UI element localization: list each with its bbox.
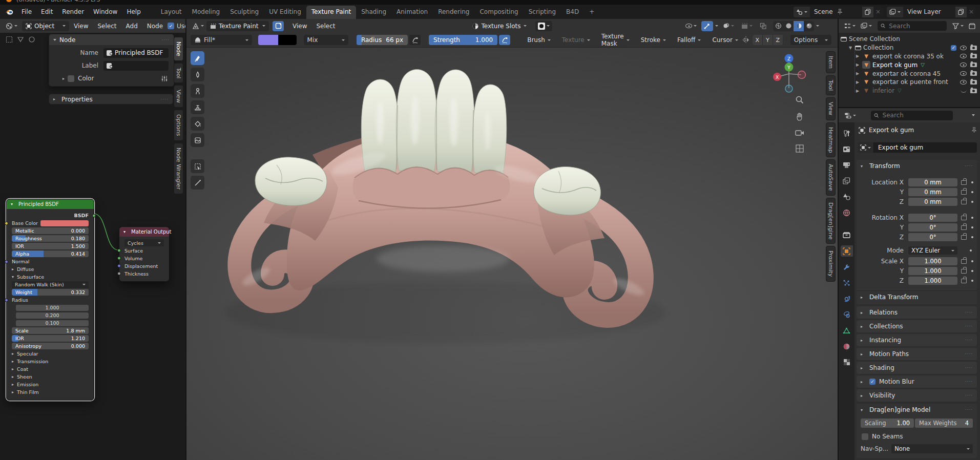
- tab-constraints[interactable]: [841, 309, 853, 320]
- outliner-row[interactable]: ▼ ▶ ▼ exportar ok puente front ▽ ✓: [839, 78, 980, 87]
- workspace-tab[interactable]: Shading: [356, 6, 391, 19]
- eye-icon[interactable]: [960, 71, 967, 76]
- menu-item[interactable]: Select: [93, 21, 121, 31]
- editor-divider[interactable]: [839, 107, 980, 108]
- target-dropdown[interactable]: Cycles: [124, 239, 164, 246]
- viewport-3d[interactable]: Z Y X ItemToolViewHeatmapAutoSaveDrag[en…: [186, 47, 839, 460]
- menu-item[interactable]: Help: [122, 7, 145, 17]
- tab-texture[interactable]: [841, 357, 853, 368]
- popover[interactable]: Brush: [524, 35, 554, 45]
- chevron-right-icon[interactable]: ▸: [62, 76, 68, 81]
- bsdf-row-ior[interactable]: IOR1.210: [12, 335, 89, 342]
- menu-item[interactable]: Window: [89, 7, 122, 17]
- chevron-down-icon[interactable]: ▼: [848, 46, 853, 50]
- green-socket-icon[interactable]: [92, 214, 96, 217]
- smear-tool-button[interactable]: [191, 84, 204, 98]
- bsdf-row-emission[interactable]: ▸Emission: [12, 381, 89, 388]
- sidebar-tab[interactable]: Proximity: [826, 246, 836, 281]
- sidebar-tab[interactable]: Node Wrangler: [174, 143, 183, 194]
- pan-hand-icon[interactable]: [795, 112, 804, 123]
- animate-dot-icon[interactable]: [971, 217, 973, 219]
- camera-icon[interactable]: [970, 46, 977, 50]
- panel-grip-icon[interactable]: ····: [965, 407, 973, 412]
- tab-collection[interactable]: [841, 229, 853, 241]
- panel-header[interactable]: ▸ ✓ Shading ····: [857, 362, 977, 374]
- camera-icon[interactable]: [970, 62, 977, 67]
- chevron-right-icon[interactable]: ▶: [855, 80, 860, 85]
- popover[interactable]: Texture: [558, 35, 594, 45]
- yellow-socket-icon[interactable]: [5, 221, 8, 225]
- view-layer-icon[interactable]: [887, 7, 903, 17]
- gizmos-toggle[interactable]: [701, 21, 713, 31]
- number-field[interactable]: 0 mm: [908, 188, 957, 196]
- outliner-item-label[interactable]: Export ok gum: [872, 61, 918, 69]
- eye-icon[interactable]: [960, 46, 967, 50]
- socket-icon[interactable]: [117, 249, 121, 253]
- bsdf-row-ior[interactable]: IOR1.500: [12, 243, 89, 249]
- panel-grip-icon[interactable]: ····: [965, 393, 973, 398]
- select-box-icon[interactable]: [5, 35, 13, 44]
- panel-grip-icon[interactable]: ····: [965, 365, 973, 370]
- filter-settings-icon[interactable]: [161, 75, 168, 82]
- bsdf-row-coat[interactable]: ▸Coat: [12, 366, 89, 372]
- eye-icon[interactable]: [960, 62, 967, 67]
- popover[interactable]: Cursor: [708, 35, 741, 45]
- zoom-icon[interactable]: [795, 95, 804, 106]
- principled-bsdf-node[interactable]: ▾ Principled BSDF BSDFBase ColorMetallic…: [6, 199, 94, 401]
- number-field[interactable]: 0 mm: [908, 198, 957, 206]
- outliner-filter-id-icon[interactable]: [858, 21, 874, 31]
- outliner-row[interactable]: ▼ ▶ ▼ Collection ▽ ✓: [839, 44, 980, 52]
- animate-dot-icon[interactable]: [971, 280, 973, 282]
- primary-color-swatch[interactable]: [258, 35, 278, 45]
- purple-socket-icon[interactable]: [5, 260, 8, 263]
- animate-dot-icon[interactable]: [971, 260, 973, 262]
- bsdf-row-roughness[interactable]: Roughness0.180: [12, 235, 89, 242]
- scaling-field[interactable]: Scaling 1.00: [861, 419, 914, 428]
- editor-type-menu[interactable]: [190, 21, 206, 31]
- sidebar-tab[interactable]: View: [174, 85, 183, 108]
- mirror-axis-button[interactable]: X: [753, 35, 763, 45]
- number-field[interactable]: 0°: [908, 214, 957, 222]
- lock-icon[interactable]: [961, 180, 967, 185]
- node-name-field[interactable]: Principled BSDF: [103, 48, 169, 58]
- strength-slider[interactable]: Strength 1.000: [429, 35, 497, 45]
- sidebar-tab[interactable]: AutoSave: [826, 159, 836, 196]
- panel-grip-icon[interactable]: ····: [965, 379, 973, 384]
- bsdf-row-0-100[interactable]: 0.100: [12, 320, 89, 326]
- options-dropdown[interactable]: Options: [790, 35, 831, 45]
- animate-dot-icon[interactable]: [971, 226, 973, 228]
- draw-tool-button[interactable]: [191, 51, 204, 65]
- workspace-tab[interactable]: Rendering: [433, 6, 474, 19]
- lock-icon[interactable]: [961, 200, 967, 204]
- bsdf-row-anisotropy[interactable]: Anisotropy0.000: [12, 343, 89, 349]
- workspace-tab[interactable]: Layout: [156, 6, 187, 19]
- bsdf-row-1-000[interactable]: 1.000: [12, 304, 89, 311]
- brush-tip-dropdown[interactable]: [535, 21, 552, 31]
- menu-item[interactable]: File: [17, 7, 36, 17]
- workspace-tab[interactable]: Texture Paint: [306, 6, 356, 19]
- popover[interactable]: Texture Mask: [598, 35, 633, 45]
- lock-icon[interactable]: [961, 225, 967, 230]
- menu-item[interactable]: Node: [142, 21, 168, 31]
- chevron-right-icon[interactable]: ▶: [855, 54, 860, 58]
- workspace-tab[interactable]: Scripting: [524, 6, 561, 19]
- xray-toggle[interactable]: [757, 21, 769, 31]
- popover[interactable]: Stroke: [637, 35, 670, 45]
- mirror-axis-button[interactable]: Z: [773, 35, 783, 45]
- rotation-mode-dropdown[interactable]: XYZ Euler: [908, 246, 957, 255]
- panel-header[interactable]: ▸ ✓ Motion Paths ····: [857, 348, 977, 360]
- color-checkbox[interactable]: [68, 75, 74, 82]
- sidebar-tab[interactable]: Tool: [174, 63, 183, 83]
- bsdf-row-scale[interactable]: Scale1.8 mm: [12, 327, 89, 334]
- workspace-tab[interactable]: Sculpting: [225, 6, 264, 19]
- brush-dropdown[interactable]: Fill*: [191, 35, 252, 45]
- number-field[interactable]: 1.000: [908, 267, 957, 275]
- workspace-tab[interactable]: Compositing: [474, 6, 523, 19]
- remove-view-layer-button[interactable]: ×: [967, 8, 976, 15]
- outliner-item-label[interactable]: exportar ok corona 45: [872, 70, 941, 77]
- use-nodes-toggle[interactable]: ✓ Use No: [168, 23, 185, 30]
- nav-space-dropdown[interactable]: None: [891, 444, 973, 453]
- material-preview-shading-button[interactable]: [794, 21, 804, 31]
- blender-menu-icon[interactable]: [5, 9, 14, 15]
- new-view-layer-button[interactable]: [955, 7, 967, 17]
